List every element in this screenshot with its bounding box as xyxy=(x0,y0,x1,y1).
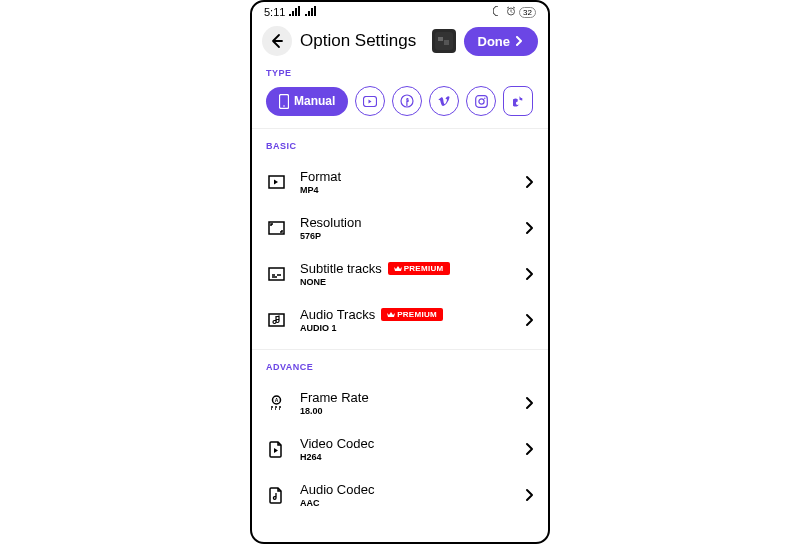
setting-resolution[interactable]: Resolution 576P xyxy=(252,205,548,251)
setting-audio-codec[interactable]: Audio Codec AAC xyxy=(252,472,548,518)
basic-section-label: BASIC xyxy=(266,141,534,151)
framerate-title: Frame Rate xyxy=(300,390,525,405)
chevron-right-icon xyxy=(525,221,534,235)
format-icon xyxy=(266,172,286,192)
resolution-icon xyxy=(266,218,286,238)
done-label: Done xyxy=(478,34,511,49)
type-tiktok[interactable] xyxy=(503,86,533,116)
type-section: TYPE Manual xyxy=(252,62,548,122)
page-title: Option Settings xyxy=(300,31,424,51)
basic-section-header: BASIC xyxy=(252,135,548,151)
phone-frame: 5:11 32 Option Settings Done xyxy=(250,0,550,544)
svg-rect-3 xyxy=(444,40,449,45)
video-codec-title: Video Codec xyxy=(300,436,525,451)
subtitle-value: NONE xyxy=(300,277,525,287)
svg-point-9 xyxy=(479,98,484,103)
chevron-right-icon xyxy=(525,488,534,502)
audio-codec-icon xyxy=(266,485,286,505)
vimeo-icon xyxy=(437,95,451,107)
crown-icon xyxy=(394,265,402,272)
instagram-icon xyxy=(475,95,488,108)
facebook-icon xyxy=(400,94,414,108)
type-vimeo[interactable] xyxy=(429,86,459,116)
arrow-left-icon xyxy=(269,33,285,49)
type-instagram[interactable] xyxy=(466,86,496,116)
format-value: MP4 xyxy=(300,185,525,195)
chevron-right-icon xyxy=(525,267,534,281)
resolution-title: Resolution xyxy=(300,215,525,230)
status-left: 5:11 xyxy=(264,6,317,18)
status-bar: 5:11 32 xyxy=(252,2,548,20)
advance-section-label: ADVANCE xyxy=(266,362,534,372)
alarm-icon xyxy=(506,6,516,18)
thumbnail-image-icon xyxy=(435,32,453,50)
chevron-right-icon xyxy=(525,442,534,456)
manual-label: Manual xyxy=(294,94,335,108)
audio-icon xyxy=(266,310,286,330)
chevron-right-icon xyxy=(525,175,534,189)
moon-icon xyxy=(493,6,503,18)
premium-badge: PREMIUM xyxy=(388,262,450,275)
premium-badge: PREMIUM xyxy=(381,308,443,321)
chevron-right-icon xyxy=(525,313,534,327)
preview-thumbnail[interactable] xyxy=(432,29,456,53)
back-button[interactable] xyxy=(262,26,292,56)
setting-video-codec[interactable]: Video Codec H264 xyxy=(252,426,548,472)
format-title: Format xyxy=(300,169,525,184)
youtube-icon xyxy=(363,96,377,107)
svg-text:A: A xyxy=(274,397,278,403)
video-codec-icon xyxy=(266,439,286,459)
setting-frame-rate[interactable]: A Frame Rate 18.00 xyxy=(252,380,548,426)
setting-format[interactable]: Format MP4 xyxy=(252,159,548,205)
resolution-value: 576P xyxy=(300,231,525,241)
audio-codec-title: Audio Codec xyxy=(300,482,525,497)
chevron-right-icon xyxy=(514,36,524,46)
tiktok-icon xyxy=(513,95,524,108)
divider xyxy=(252,349,548,350)
phone-icon xyxy=(279,94,289,109)
type-section-label: TYPE xyxy=(266,68,534,78)
setting-audio-tracks[interactable]: Audio Tracks PREMIUM AUDIO 1 xyxy=(252,297,548,343)
svg-rect-2 xyxy=(438,37,443,41)
status-time: 5:11 xyxy=(264,6,285,18)
svg-point-10 xyxy=(484,97,485,98)
type-facebook[interactable] xyxy=(392,86,422,116)
crown-icon xyxy=(387,311,395,318)
chevron-right-icon xyxy=(525,396,534,410)
video-codec-value: H264 xyxy=(300,452,525,462)
signal-icon-2 xyxy=(305,6,317,18)
framerate-value: 18.00 xyxy=(300,406,525,416)
type-manual-chip[interactable]: Manual xyxy=(266,87,348,116)
divider xyxy=(252,128,548,129)
signal-icon xyxy=(289,6,301,18)
svg-rect-8 xyxy=(476,95,488,107)
subtitle-icon xyxy=(266,264,286,284)
done-button[interactable]: Done xyxy=(464,27,539,56)
type-row: Manual xyxy=(266,86,534,116)
audio-codec-value: AAC xyxy=(300,498,525,508)
app-header: Option Settings Done xyxy=(252,20,548,62)
battery-icon: 32 xyxy=(519,7,536,18)
advance-section-header: ADVANCE xyxy=(252,356,548,372)
subtitle-title: Subtitle tracks xyxy=(300,261,382,276)
audio-value: AUDIO 1 xyxy=(300,323,525,333)
setting-subtitle-tracks[interactable]: Subtitle tracks PREMIUM NONE xyxy=(252,251,548,297)
type-youtube[interactable] xyxy=(355,86,385,116)
framerate-icon: A xyxy=(266,393,286,413)
svg-point-5 xyxy=(283,105,285,107)
status-right: 32 xyxy=(493,6,536,18)
audio-title: Audio Tracks xyxy=(300,307,375,322)
svg-rect-13 xyxy=(269,268,284,280)
